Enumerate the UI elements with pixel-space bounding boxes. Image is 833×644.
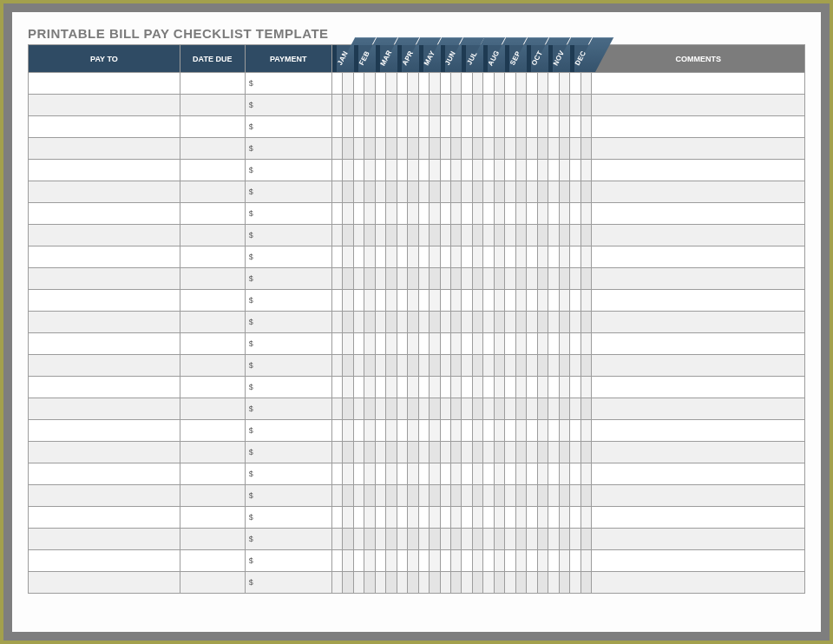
cell-month — [430, 485, 440, 507]
cell-month — [331, 507, 342, 529]
cell-month — [331, 333, 342, 355]
cell-month — [408, 550, 418, 572]
cell-month — [375, 355, 385, 377]
cell-month — [408, 485, 418, 507]
cell-month — [472, 268, 482, 290]
cell-month — [483, 116, 494, 138]
cell-month — [537, 442, 548, 463]
cell-month — [462, 485, 472, 507]
cell-month — [408, 246, 418, 268]
cell-month — [570, 485, 580, 507]
cell-comments — [592, 463, 805, 485]
cell-month — [570, 225, 580, 246]
cell-comments — [592, 377, 805, 398]
cell-month — [343, 355, 353, 377]
cell-month — [408, 442, 418, 463]
cell-month — [353, 463, 364, 485]
cell-month — [331, 463, 342, 485]
table-row: $ — [29, 181, 805, 203]
cell-month — [483, 420, 494, 442]
cell-month — [331, 246, 342, 268]
cell-month — [548, 529, 559, 550]
col-header-month-aug: AUG — [483, 45, 505, 73]
cell-month — [430, 160, 440, 181]
cell-month — [450, 420, 461, 442]
cell-comments — [592, 268, 805, 290]
cell-month — [364, 312, 375, 333]
cell-month — [364, 572, 375, 594]
cell-month — [515, 463, 526, 485]
cell-month — [353, 507, 364, 529]
cell-month — [450, 181, 461, 203]
cell-month — [364, 268, 375, 290]
cell-pay-to — [29, 116, 180, 138]
cell-month — [375, 268, 385, 290]
cell-month — [559, 398, 569, 420]
cell-month — [430, 442, 440, 463]
cell-month — [386, 268, 397, 290]
cell-month — [331, 73, 342, 95]
cell-month — [515, 95, 526, 116]
cell-month — [548, 225, 559, 246]
cell-pay-to — [29, 246, 180, 268]
cell-month — [397, 268, 407, 290]
cell-month — [440, 116, 450, 138]
cell-month — [397, 398, 407, 420]
cell-month — [386, 398, 397, 420]
cell-month — [440, 333, 450, 355]
cell-month — [353, 181, 364, 203]
cell-pay-to — [29, 138, 180, 160]
cell-month — [418, 138, 429, 160]
cell-month — [418, 181, 429, 203]
cell-month — [418, 572, 429, 594]
cell-month — [386, 572, 397, 594]
cell-comments — [592, 572, 805, 594]
cell-month — [483, 572, 494, 594]
cell-date-due — [180, 95, 245, 116]
cell-month — [570, 181, 580, 203]
cell-month — [440, 507, 450, 529]
cell-month — [570, 355, 580, 377]
col-header-month-apr: APR — [397, 45, 418, 73]
cell-month — [440, 529, 450, 550]
cell-month — [462, 507, 472, 529]
cell-month — [386, 442, 397, 463]
cell-month — [472, 485, 482, 507]
cell-month — [462, 333, 472, 355]
cell-month — [440, 485, 450, 507]
cell-comments — [592, 73, 805, 95]
cell-month — [386, 95, 397, 116]
cell-month — [548, 485, 559, 507]
cell-month — [494, 203, 504, 225]
cell-month — [353, 312, 364, 333]
cell-month — [472, 203, 482, 225]
cell-month — [462, 203, 472, 225]
cell-month — [462, 225, 472, 246]
cell-month — [386, 203, 397, 225]
cell-month — [548, 442, 559, 463]
cell-month — [462, 463, 472, 485]
cell-month — [527, 116, 537, 138]
col-header-date-due: DATE DUE — [180, 45, 245, 73]
table-row: $ — [29, 116, 805, 138]
cell-date-due — [180, 550, 245, 572]
cell-comments — [592, 290, 805, 312]
cell-month — [397, 312, 407, 333]
cell-month — [515, 73, 526, 95]
cell-month — [331, 138, 342, 160]
cell-month — [386, 225, 397, 246]
cell-date-due — [180, 246, 245, 268]
cell-month — [483, 507, 494, 529]
cell-month — [375, 398, 385, 420]
cell-month — [505, 268, 515, 290]
cell-month — [430, 550, 440, 572]
col-header-month-nov: NOV — [548, 45, 570, 73]
cell-month — [537, 138, 548, 160]
cell-month — [397, 181, 407, 203]
cell-month — [559, 181, 569, 203]
cell-month — [353, 268, 364, 290]
cell-month — [440, 463, 450, 485]
cell-month — [570, 333, 580, 355]
cell-month — [580, 268, 591, 290]
cell-month — [537, 377, 548, 398]
